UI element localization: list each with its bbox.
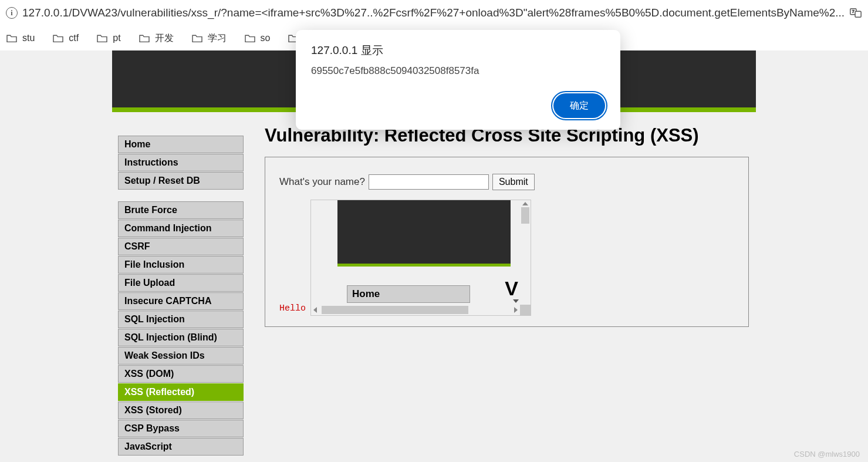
bookmark-开发[interactable]: 开发: [139, 32, 174, 45]
folder-icon: [52, 33, 64, 43]
sidebar-item-sql-injection[interactable]: SQL Injection: [118, 311, 244, 328]
sidebar-item-sql-injection-blind-[interactable]: SQL Injection (Blind): [118, 329, 244, 346]
translate-icon[interactable]: [849, 6, 862, 19]
sidebar-item-brute-force[interactable]: Brute Force: [118, 201, 244, 219]
menu-group-1: HomeInstructionsSetup / Reset DB: [118, 136, 255, 190]
iframe-body: Home V: [337, 267, 520, 305]
iframe-menu-home[interactable]: Home: [347, 285, 470, 303]
info-icon[interactable]: i: [6, 7, 18, 19]
folder-icon: [6, 33, 18, 43]
js-alert-dialog: 127.0.0.1 显示 69550c7e5fb888c5094032508f8…: [296, 30, 620, 130]
sidebar-item-insecure-captcha[interactable]: Insecure CAPTCHA: [118, 292, 244, 310]
form-label: What's your name?: [279, 176, 365, 188]
url-text[interactable]: 127.0.0.1/DVWA23/vulnerabilities/xss_r/?…: [22, 6, 845, 19]
iframe-vscrollbar[interactable]: [520, 200, 531, 305]
bookmark-label: 学习: [208, 32, 227, 45]
sidebar-item-csp-bypass[interactable]: CSP Bypass: [118, 420, 244, 437]
folder-icon: [191, 33, 203, 43]
dvwa-content: Vulnerability: Reflected Cross Site Scri…: [255, 112, 756, 327]
folder-icon: [139, 33, 150, 43]
alert-ok-button[interactable]: 确定: [553, 93, 605, 118]
iframe-title-fragment: V: [505, 277, 518, 300]
name-input[interactable]: [369, 174, 489, 190]
scroll-right-icon: [514, 307, 518, 313]
bookmark-label: ctf: [69, 33, 79, 43]
name-form: What's your name? Submit: [279, 174, 734, 190]
alert-title: 127.0.0.1 显示: [311, 43, 605, 58]
hello-text: Hello: [279, 303, 306, 316]
bookmark-pt[interactable]: pt: [96, 33, 120, 43]
sidebar-item-weak-session-ids[interactable]: Weak Session IDs: [118, 347, 244, 365]
menu-group-2: Brute ForceCommand InjectionCSRFFile Inc…: [118, 201, 255, 456]
iframe-header: [337, 200, 511, 264]
bookmark-学习[interactable]: 学习: [191, 32, 227, 45]
sidebar-item-xss-dom-[interactable]: XSS (DOM): [118, 365, 244, 383]
sidebar-item-instructions[interactable]: Instructions: [118, 154, 244, 171]
bookmark-stu[interactable]: stu: [6, 33, 35, 43]
injected-iframe[interactable]: Home V: [310, 200, 531, 316]
scroll-up-icon: [522, 202, 528, 205]
browser-address-bar: i 127.0.0.1/DVWA23/vulnerabilities/xss_r…: [0, 0, 868, 26]
bookmark-label: so: [261, 33, 271, 43]
scroll-thumb[interactable]: [521, 207, 529, 224]
bookmark-label: pt: [113, 33, 120, 43]
sidebar-item-xss-stored-[interactable]: XSS (Stored): [118, 402, 244, 419]
dvwa-body: HomeInstructionsSetup / Reset DB Brute F…: [112, 112, 756, 462]
bookmark-ctf[interactable]: ctf: [52, 33, 79, 43]
submit-button[interactable]: Submit: [492, 174, 535, 190]
scroll-left-icon: [313, 307, 317, 313]
sidebar-item-file-upload[interactable]: File Upload: [118, 274, 244, 292]
sidebar-item-file-inclusion[interactable]: File Inclusion: [118, 256, 244, 274]
chevron-down-icon: [513, 299, 519, 303]
sidebar-item-csrf[interactable]: CSRF: [118, 238, 244, 255]
sidebar-item-home[interactable]: Home: [118, 136, 244, 153]
sidebar-item-javascript[interactable]: JavaScript: [118, 438, 244, 456]
hscroll-thumb[interactable]: [322, 306, 468, 314]
sidebar-item-setup-reset-db[interactable]: Setup / Reset DB: [118, 172, 244, 190]
sidebar-item-command-injection[interactable]: Command Injection: [118, 220, 244, 237]
scroll-corner: [520, 305, 531, 315]
alert-message: 69550c7e5fb888c5094032508f8573fa: [311, 65, 605, 77]
bookmark-so[interactable]: so: [244, 33, 271, 43]
folder-icon: [244, 33, 256, 43]
dvwa-sidebar: HomeInstructionsSetup / Reset DB Brute F…: [112, 112, 255, 462]
watermark: CSDN @mlws1900: [794, 450, 860, 458]
bookmark-label: 开发: [155, 32, 174, 45]
content-box: What's your name? Submit Hello Home V: [265, 157, 749, 327]
folder-icon: [96, 33, 108, 43]
bookmark-label: stu: [22, 33, 35, 43]
iframe-hscrollbar[interactable]: [311, 305, 531, 315]
svg-rect-1: [855, 11, 861, 17]
sidebar-item-xss-reflected-[interactable]: XSS (Reflected): [118, 383, 244, 401]
